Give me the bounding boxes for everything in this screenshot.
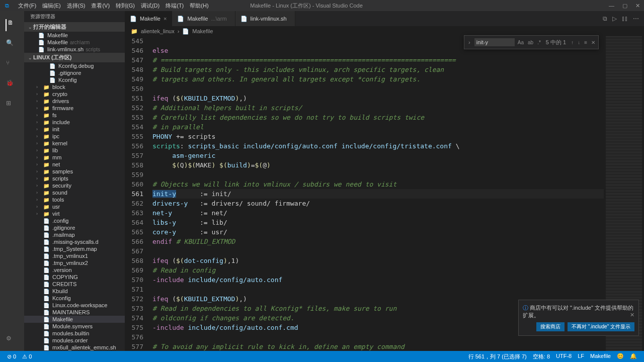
- status-item[interactable]: ⊘ 0: [4, 353, 19, 359]
- tree-item[interactable]: 📄.tmp_vmlinux2: [24, 259, 125, 266]
- gear-icon[interactable]: ⚙: [6, 335, 18, 347]
- more-icon[interactable]: ⋯: [633, 15, 639, 22]
- whole-word-icon[interactable]: ab: [527, 40, 534, 45]
- status-item[interactable]: 空格: 8: [530, 353, 553, 360]
- breadcrumb[interactable]: 📁 alientek_linux › 📄 Makefile: [125, 26, 644, 36]
- tree-item[interactable]: ›📁sound: [24, 189, 125, 196]
- tree-item[interactable]: ›📁scripts: [24, 175, 125, 182]
- tree-item[interactable]: ›📁fs: [24, 112, 125, 119]
- tree-item[interactable]: 📄MAINTAINERS: [24, 309, 125, 316]
- find-expand-icon[interactable]: ›: [466, 39, 472, 45]
- tree-item[interactable]: ›📁drivers: [24, 98, 125, 105]
- extensions-icon[interactable]: ⊞: [6, 100, 18, 112]
- menu-item[interactable]: 转到(G): [113, 3, 138, 9]
- status-item[interactable]: Makefile: [587, 353, 614, 360]
- editor-area: 📄Makefile×📄Makefile...\arm📄link-vmlinux.…: [125, 11, 644, 351]
- tree-item[interactable]: 📄modules.builtin: [24, 330, 125, 337]
- source-control-icon[interactable]: ⑂: [6, 59, 18, 71]
- open-editors-header[interactable]: ⌄打开的编辑器: [24, 22, 125, 32]
- tree-item[interactable]: 📄Kbuild: [24, 288, 125, 295]
- regex-icon[interactable]: .*: [536, 40, 542, 45]
- tree-item[interactable]: 📄.version: [24, 266, 125, 274]
- menu-item[interactable]: 帮助(H): [187, 3, 211, 9]
- sidebar-title: 资源管理器: [24, 11, 125, 22]
- editor-tab[interactable]: 📄link-vmlinux.sh: [235, 11, 295, 26]
- tree-item[interactable]: ›📁firmware: [24, 105, 125, 112]
- close-find-icon[interactable]: ✕: [590, 40, 596, 45]
- open-editor-item[interactable]: 📄link-vmlinux.shscripts: [24, 46, 125, 53]
- close-tab-icon[interactable]: ×: [164, 16, 167, 22]
- status-item[interactable]: UTF-8: [553, 353, 575, 360]
- tree-item[interactable]: 📄mx6ull_alientek_emmc.sh: [24, 344, 125, 351]
- menu-item[interactable]: 选择(S): [64, 3, 89, 9]
- tree-item[interactable]: 📄.mailmap: [24, 231, 125, 238]
- menu-item[interactable]: 编辑(E): [39, 3, 64, 9]
- find-input[interactable]: [474, 38, 515, 46]
- tree-item[interactable]: ›📁kernel: [24, 140, 125, 147]
- tree-item[interactable]: ›📁mm: [24, 154, 125, 161]
- tree-item[interactable]: 📄modules.order: [24, 337, 125, 344]
- compare-icon[interactable]: ⧉: [603, 15, 607, 22]
- window-controls: — ▢ ✕: [609, 3, 640, 9]
- tree-item[interactable]: 📄Kconfig.debug: [24, 62, 125, 69]
- tree-item[interactable]: ›📁security: [24, 182, 125, 189]
- run-icon[interactable]: ▷: [612, 15, 617, 22]
- tree-item[interactable]: ›📁init: [24, 126, 125, 133]
- tree-item[interactable]: ›📁block: [24, 83, 125, 90]
- search-icon[interactable]: 🔍: [6, 39, 18, 51]
- tree-item[interactable]: ›📁net: [24, 161, 125, 168]
- maximize-icon[interactable]: ▢: [622, 3, 627, 9]
- status-item[interactable]: 行 561，列 7 (已选择 7): [465, 353, 530, 360]
- tree-item[interactable]: ›📁tools: [24, 196, 125, 203]
- workspace-header[interactable]: ⌄LINUX (工作区): [24, 53, 125, 62]
- tree-item[interactable]: ›📁include: [24, 119, 125, 126]
- tree-item[interactable]: ›📁samples: [24, 168, 125, 175]
- close-icon[interactable]: ✕: [635, 3, 640, 9]
- tree-item[interactable]: 📄CREDITS: [24, 281, 125, 288]
- tree-item[interactable]: 📄.gitignore: [24, 69, 125, 76]
- editor-tab[interactable]: 📄Makefile...\arm: [172, 11, 235, 26]
- tree-item[interactable]: ›📁ipc: [24, 133, 125, 140]
- tree-item[interactable]: ›📁crypto: [24, 90, 125, 98]
- tree-item[interactable]: 📄COPYING: [24, 274, 125, 281]
- menu-item[interactable]: 调试(D): [138, 3, 163, 9]
- status-item[interactable]: 🔔: [627, 353, 640, 360]
- find-in-selection-icon[interactable]: ≡: [583, 40, 588, 45]
- menu-item[interactable]: 查看(V): [88, 3, 113, 9]
- notification-close-icon[interactable]: ✕: [630, 312, 634, 318]
- notification: ⓘ 商店中有可以对 ".include" 文件提供帮助的扩展。 ✕ 搜索商店 不…: [518, 300, 639, 336]
- tree-item[interactable]: ›📁virt: [24, 210, 125, 217]
- tree-item[interactable]: 📄Makefile: [24, 316, 125, 323]
- status-item[interactable]: LF: [575, 353, 587, 360]
- tree-item[interactable]: ›📁lib: [24, 147, 125, 154]
- tree-item[interactable]: 📄.config: [24, 217, 125, 224]
- open-editor-item[interactable]: 📄Makefile: [24, 32, 125, 39]
- status-item[interactable]: ⚠ 0: [19, 353, 35, 359]
- split-icon[interactable]: ⫿⫿: [622, 15, 628, 22]
- minimize-icon[interactable]: —: [609, 3, 614, 9]
- next-match-icon[interactable]: ↓: [577, 40, 581, 45]
- editor-tab[interactable]: 📄Makefile×: [125, 11, 172, 26]
- tree-item[interactable]: 📄.tmp_System.map: [24, 245, 125, 252]
- open-editor-item[interactable]: 📄Makefilearch\arm: [24, 39, 125, 46]
- tree-item[interactable]: 📄.tmp_vmlinux1: [24, 252, 125, 259]
- search-store-button[interactable]: 搜索商店: [536, 322, 565, 331]
- tree-item[interactable]: 📄Kconfig: [24, 76, 125, 83]
- prev-match-icon[interactable]: ↑: [570, 40, 575, 45]
- file-icon: 📄: [182, 28, 189, 35]
- tree-item[interactable]: ›📁usr: [24, 203, 125, 210]
- tree-item[interactable]: 📄Linux.code-workspace: [24, 302, 125, 309]
- match-case-icon[interactable]: Aa: [517, 40, 525, 45]
- dont-show-button[interactable]: 不再对 ".include" 文件显示: [568, 322, 634, 331]
- tree-item[interactable]: 📄.missing-syscalls.d: [24, 238, 125, 245]
- status-item[interactable]: 😊: [614, 353, 627, 360]
- file-icon: 📄: [130, 16, 137, 22]
- tree-item[interactable]: 📄Kconfig: [24, 295, 125, 302]
- menu-item[interactable]: 文件(F): [15, 3, 39, 9]
- explorer-icon[interactable]: 🗎: [6, 19, 18, 31]
- tree-item[interactable]: 📄Module.symvers: [24, 323, 125, 330]
- info-icon: ⓘ: [523, 305, 528, 311]
- menu-item[interactable]: 终端(T): [163, 3, 187, 9]
- tree-item[interactable]: 📄.gitignore: [24, 224, 125, 231]
- debug-icon[interactable]: 🐞: [6, 79, 18, 92]
